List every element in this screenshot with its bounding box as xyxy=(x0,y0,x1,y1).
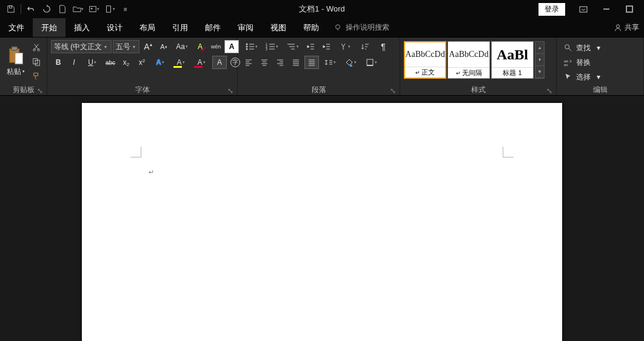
justify-icon[interactable] xyxy=(289,56,303,69)
share-button[interactable]: 共享 xyxy=(614,18,644,37)
group-styles: AaBbCcDd ↵正文 AaBbCcDd ↵无间隔 AaBl 标题 1 ▴ ▾… xyxy=(400,38,557,95)
replace-button[interactable]: abac 替换 xyxy=(560,56,604,69)
style-preview: AaBl xyxy=(492,42,533,67)
new-doc-icon[interactable] xyxy=(55,2,70,16)
page[interactable]: ↵ xyxy=(82,103,562,341)
select-button[interactable]: 选择▾ xyxy=(560,70,604,84)
tab-help[interactable]: 帮助 xyxy=(295,18,327,37)
cut-icon[interactable] xyxy=(30,41,43,53)
sort-icon[interactable] xyxy=(355,40,375,53)
asian-layout-icon[interactable]: ▾ xyxy=(335,40,354,53)
undo-icon[interactable] xyxy=(24,2,38,16)
copy-icon[interactable] xyxy=(30,56,43,68)
clipboard-group-label: 剪贴板 xyxy=(13,85,35,95)
svg-point-17 xyxy=(246,44,247,45)
tab-mailings[interactable]: 邮件 xyxy=(196,18,229,37)
numbering-icon[interactable]: 123▾ xyxy=(262,40,281,53)
save-icon[interactable] xyxy=(4,2,18,16)
shading-icon[interactable]: ▾ xyxy=(341,56,360,69)
line-spacing-icon[interactable]: ▾ xyxy=(320,56,340,69)
bold-icon[interactable]: B xyxy=(51,56,65,69)
group-clipboard: 粘贴▾ 剪贴板⤡ xyxy=(0,38,47,95)
show-marks-icon[interactable]: ¶ xyxy=(376,40,391,53)
font-name-combo[interactable]: 等线 (中文正文▾ xyxy=(51,40,112,53)
highlight-icon[interactable]: A▾ xyxy=(171,56,190,69)
svg-rect-4 xyxy=(580,7,587,12)
tab-references[interactable]: 引用 xyxy=(164,18,196,37)
decrease-indent-icon[interactable] xyxy=(303,40,318,53)
style-name-label: 无间隔 xyxy=(462,68,482,78)
font-color-icon[interactable]: A▾ xyxy=(192,56,211,69)
superscript-icon[interactable]: x2 xyxy=(135,56,149,69)
align-center-icon[interactable] xyxy=(257,56,272,69)
tab-home[interactable]: 开始 xyxy=(33,18,65,37)
gallery-up-icon[interactable]: ▴ xyxy=(535,42,544,54)
grow-font-icon[interactable]: A▴ xyxy=(141,40,155,53)
styles-launcher-icon[interactable]: ⤡ xyxy=(546,87,554,94)
enclosed-char-icon[interactable]: 字 xyxy=(228,56,243,69)
cursor-icon xyxy=(564,73,572,81)
paragraph-launcher-icon[interactable]: ⤡ xyxy=(390,87,397,94)
tab-design[interactable]: 设计 xyxy=(98,18,131,37)
phonetic-guide-icon[interactable]: wén xyxy=(209,40,223,53)
style-normal[interactable]: AaBbCcDd ↵正文 xyxy=(404,41,446,79)
editing-group-label: 编辑 xyxy=(593,85,608,95)
style-preview: AaBbCcDd xyxy=(448,42,489,67)
paste-button[interactable]: 粘贴▾ xyxy=(4,40,27,82)
multilevel-icon[interactable]: ▾ xyxy=(283,40,302,53)
style-preview: AaBbCcDd xyxy=(405,42,445,67)
minimize-icon[interactable] xyxy=(595,2,617,16)
tab-layout[interactable]: 布局 xyxy=(131,18,164,37)
person-icon xyxy=(614,24,622,32)
underline-icon[interactable]: U▾ xyxy=(82,56,102,69)
tab-file[interactable]: 文件 xyxy=(0,18,33,37)
text-effects-icon[interactable]: A▾ xyxy=(150,56,170,69)
distributed-icon[interactable] xyxy=(304,56,319,69)
svg-point-54 xyxy=(565,45,569,49)
align-right-icon[interactable] xyxy=(273,56,287,69)
clear-format-icon[interactable]: A xyxy=(193,40,207,53)
font-launcher-icon[interactable]: ⤡ xyxy=(227,87,235,94)
svg-point-21 xyxy=(246,48,247,50)
style-name-label: 标题 1 xyxy=(503,68,522,78)
shrink-font-icon[interactable]: A▾ xyxy=(156,40,171,53)
italic-icon[interactable]: I xyxy=(67,56,81,69)
paste-icon xyxy=(7,46,24,65)
maximize-icon[interactable] xyxy=(619,2,640,16)
ribbon-display-icon[interactable] xyxy=(572,2,594,16)
style-heading1[interactable]: AaBl 标题 1 xyxy=(491,41,534,79)
tab-review[interactable]: 审阅 xyxy=(229,18,262,37)
window-title: 文档1 - Word xyxy=(299,4,345,15)
redo-icon[interactable] xyxy=(39,2,54,16)
char-shading-icon[interactable]: A xyxy=(212,56,227,69)
gallery-more-icon[interactable]: ▼ xyxy=(535,66,544,78)
quick-access-toolbar: ▾ ▾ ▾ ≡ xyxy=(0,2,133,16)
gallery-down-icon[interactable]: ▾ xyxy=(535,54,544,66)
tell-me-search[interactable]: 操作说明搜索 xyxy=(327,18,395,37)
doc-icon[interactable]: ▾ xyxy=(102,2,117,16)
image-icon[interactable]: ▾ xyxy=(87,2,101,16)
tab-insert[interactable]: 插入 xyxy=(65,18,98,37)
borders-icon[interactable]: ▾ xyxy=(361,56,381,69)
find-button[interactable]: 查找▾ xyxy=(560,41,604,55)
font-size-combo[interactable]: 五号▾ xyxy=(113,40,139,53)
customize-qat-icon[interactable]: ≡ xyxy=(118,2,133,16)
document-area[interactable]: ↵ xyxy=(0,96,644,341)
svg-text:ac: ac xyxy=(564,62,568,67)
paragraph-group-label: 段落 xyxy=(312,85,326,95)
tab-view[interactable]: 视图 xyxy=(262,18,295,37)
clipboard-launcher-icon[interactable]: ⤡ xyxy=(37,87,44,94)
change-case-icon[interactable]: Aa▾ xyxy=(172,40,192,53)
bullets-icon[interactable]: ▾ xyxy=(241,40,261,53)
increase-indent-icon[interactable] xyxy=(319,40,334,53)
strike-icon[interactable]: abc xyxy=(103,56,118,69)
group-editing: 查找▾ abac 替换 选择▾ 编辑 xyxy=(557,38,644,95)
style-no-spacing[interactable]: AaBbCcDd ↵无间隔 xyxy=(448,41,490,79)
svg-point-19 xyxy=(246,46,247,48)
format-painter-icon[interactable] xyxy=(30,70,43,82)
align-left-icon[interactable] xyxy=(241,56,256,69)
subscript-icon[interactable]: x2 xyxy=(119,56,133,69)
open-icon[interactable]: ▾ xyxy=(71,2,86,16)
char-border-icon[interactable]: A xyxy=(224,40,239,53)
login-button[interactable]: 登录 xyxy=(538,3,565,16)
